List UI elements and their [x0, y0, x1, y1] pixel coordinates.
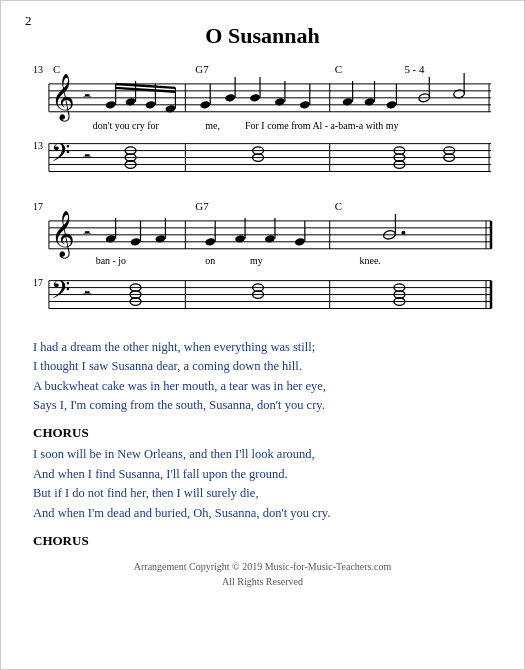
svg-text:𝄼: 𝄼: [83, 154, 92, 157]
svg-text:13: 13: [33, 140, 43, 151]
verse-2: I soon will be in New Orleans, and then …: [33, 445, 494, 523]
svg-text:on: on: [205, 255, 215, 266]
copyright-line1: Arrangement Copyright © 2019 Music-for-M…: [31, 559, 494, 574]
staff-svg-1: 13 C G7 C 5 - 4 𝄞 𝄼: [31, 59, 494, 188]
svg-point-98: [294, 238, 305, 247]
verse2-line2: And when I find Susanna, I'll fall upon …: [33, 465, 494, 484]
svg-text:G7: G7: [195, 200, 209, 212]
lyrics-section: I had a dream the other night, when ever…: [31, 338, 494, 549]
svg-text:13: 13: [33, 64, 43, 75]
staff-system-1: 13 C G7 C 5 - 4 𝄞 𝄼: [31, 59, 494, 188]
chorus-label-1: CHORUS: [33, 425, 494, 441]
verse2-line1: I soon will be in New Orleans, and then …: [33, 445, 494, 464]
svg-point-26: [200, 100, 211, 109]
svg-text:𝄼: 𝄼: [83, 291, 92, 294]
svg-text:𝄢: 𝄢: [51, 276, 70, 309]
verse1-line4: Says I, I'm coming from the south, Susan…: [33, 396, 494, 415]
svg-text:𝄢: 𝄢: [51, 139, 70, 172]
svg-text:𝄞: 𝄞: [51, 211, 75, 259]
svg-point-102: [401, 231, 405, 235]
svg-text:𝄼: 𝄼: [83, 231, 92, 234]
svg-point-20: [145, 100, 156, 109]
sheet-music-page: 2 O Susannah 13 C G7 C 5 - 4 𝄞 𝄼: [0, 0, 525, 670]
svg-text:For I  come from  Al  -  a-bam: For I come from Al - a-bam-a with my: [245, 120, 398, 131]
svg-text:𝄼: 𝄼: [83, 94, 92, 97]
svg-point-34: [299, 100, 310, 109]
staff-system-2: 17 G7 C 𝄞 𝄼: [31, 196, 494, 325]
verse2-line3: But if I do not find her, then I will su…: [33, 484, 494, 503]
svg-point-92: [205, 238, 216, 247]
verse2-line4: And when I'm dead and buried, Oh, Susann…: [33, 504, 494, 523]
verse1-line2: I thought I saw Susanna dear, a coming d…: [33, 357, 494, 376]
svg-point-16: [105, 100, 116, 109]
copyright-line2: All Rights Reserved: [31, 574, 494, 589]
verse-1: I had a dream the other night, when ever…: [33, 338, 494, 416]
svg-text:C: C: [335, 63, 342, 75]
chorus-label-2: CHORUS: [33, 533, 494, 549]
svg-text:me,: me,: [205, 120, 220, 131]
svg-text:C: C: [53, 63, 60, 75]
svg-text:ban  -  jo: ban - jo: [96, 255, 126, 266]
song-title: O Susannah: [31, 23, 494, 49]
svg-text:5 - 4: 5 - 4: [404, 63, 425, 75]
svg-text:17: 17: [33, 277, 43, 288]
page-number: 2: [25, 13, 32, 29]
verse1-line3: A buckwheat cake was in her mouth, a tea…: [33, 377, 494, 396]
svg-text:don't you cry for: don't you cry for: [93, 120, 160, 131]
svg-text:my: my: [250, 255, 263, 266]
svg-text:C: C: [335, 200, 342, 212]
verse1-line1: I had a dream the other night, when ever…: [33, 338, 494, 357]
svg-point-30: [249, 93, 260, 102]
svg-point-28: [224, 93, 235, 102]
svg-point-40: [386, 100, 397, 109]
svg-point-88: [130, 238, 141, 247]
svg-text:G7: G7: [195, 63, 209, 75]
copyright: Arrangement Copyright © 2019 Music-for-M…: [31, 559, 494, 589]
svg-text:knee.: knee.: [360, 255, 381, 266]
svg-text:𝄞: 𝄞: [51, 74, 75, 122]
svg-text:17: 17: [33, 201, 43, 212]
staff-svg-2: 17 G7 C 𝄞 𝄼: [31, 196, 494, 325]
